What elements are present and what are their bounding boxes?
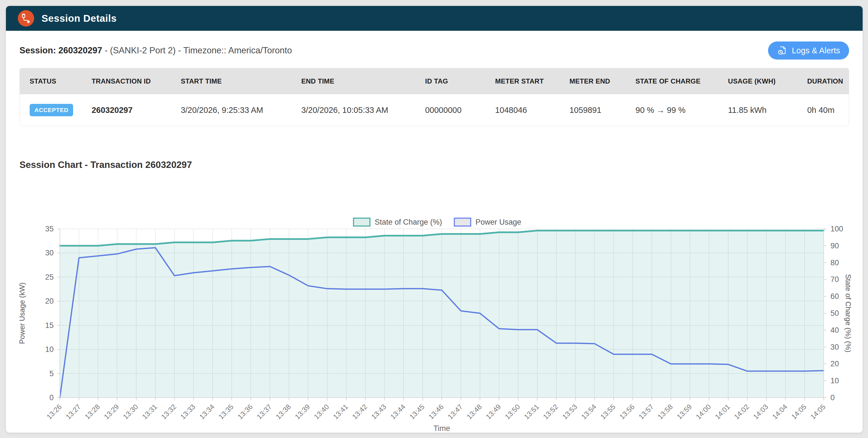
session-id: 260320297 (58, 45, 102, 55)
session-details-card: Session Details Session: 260320297 - (SA… (6, 6, 863, 433)
svg-text:14:00: 14:00 (694, 403, 712, 421)
svg-text:50: 50 (831, 309, 839, 317)
session-summary: Session: 260320297 - (SANKI-2 Port 2) - … (20, 45, 292, 56)
svg-text:13:40: 13:40 (312, 403, 330, 421)
svg-text:13:33: 13:33 (179, 403, 197, 421)
table-cell: 00000000 (419, 94, 489, 126)
svg-text:60: 60 (831, 292, 839, 301)
column-header: METER END (564, 68, 630, 94)
svg-text:13:51: 13:51 (522, 403, 540, 421)
svg-text:30: 30 (831, 343, 839, 351)
svg-text:13:56: 13:56 (618, 403, 636, 421)
svg-text:40: 40 (831, 326, 839, 334)
svg-text:13:53: 13:53 (560, 403, 579, 421)
logs-alerts-label: Logs & Alerts (792, 46, 840, 55)
svg-text:13:29: 13:29 (102, 403, 120, 421)
svg-text:13:38: 13:38 (274, 403, 292, 421)
svg-text:13:54: 13:54 (580, 403, 598, 421)
svg-text:State of Charge (%): State of Charge (%) (375, 218, 442, 226)
svg-text:13:30: 13:30 (121, 403, 140, 421)
svg-text:20: 20 (45, 297, 54, 305)
svg-text:13:41: 13:41 (332, 403, 349, 421)
soc-area (60, 231, 824, 398)
svg-text:14:01: 14:01 (713, 403, 731, 421)
svg-text:10: 10 (45, 345, 54, 353)
logs-alerts-button[interactable]: Logs & Alerts (768, 41, 849, 60)
column-header: STATUS (20, 68, 86, 94)
svg-text:13:44: 13:44 (389, 403, 407, 421)
page-title: Session Details (41, 13, 117, 24)
svg-text:13:49: 13:49 (484, 403, 502, 421)
svg-text:14:03: 14:03 (752, 403, 770, 421)
svg-text:13:36: 13:36 (236, 403, 254, 421)
svg-text:13:39: 13:39 (293, 403, 311, 421)
svg-text:5: 5 (50, 369, 54, 378)
svg-text:0: 0 (50, 394, 54, 402)
svg-text:13:50: 13:50 (503, 403, 521, 421)
svg-text:100: 100 (831, 225, 843, 233)
svg-text:13:47: 13:47 (446, 403, 464, 421)
svg-text:13:35: 13:35 (217, 403, 235, 421)
column-header: END TIME (296, 68, 420, 94)
chart-legend: State of Charge (%)Power Usage (353, 218, 521, 226)
table-header-row: STATUSTRANSACTION IDSTART TIMEEND TIMEID… (20, 68, 849, 94)
svg-text:15: 15 (45, 321, 54, 330)
y-axis-right-title: State of Charge (%) (%) (844, 274, 852, 352)
svg-text:30: 30 (45, 249, 54, 257)
svg-text:14:04: 14:04 (771, 403, 789, 421)
column-header: METER START (489, 68, 564, 94)
charging-cable-icon (21, 13, 31, 23)
svg-text:14:05: 14:05 (790, 403, 808, 421)
session-info-row: Session: 260320297 - (SANKI-2 Port 2) - … (6, 31, 863, 68)
column-header: TRANSACTION ID (86, 68, 175, 94)
table-cell: 260320297 (86, 94, 175, 126)
table-cell: 11.85 kWh (722, 94, 801, 126)
svg-text:0: 0 (831, 394, 835, 402)
status-cell: ACCEPTED (20, 94, 86, 126)
svg-text:70: 70 (831, 275, 839, 283)
x-axis-title: Time (433, 424, 450, 433)
svg-text:80: 80 (831, 259, 839, 267)
column-header: START TIME (175, 68, 296, 94)
session-table: STATUSTRANSACTION IDSTART TIMEEND TIMEID… (20, 68, 849, 126)
session-chart-svg: 05101520253035010203040506070809010013:2… (10, 203, 858, 433)
svg-text:13:55: 13:55 (599, 403, 617, 421)
chart-section-title: Session Chart - Transaction 260320297 (20, 160, 849, 170)
column-header: DURATION (802, 68, 849, 94)
svg-text:13:45: 13:45 (408, 403, 426, 421)
svg-text:20: 20 (831, 360, 839, 368)
session-suffix: - (SANKI-2 Port 2) - Timezone:: America/… (105, 45, 292, 55)
svg-text:14:05: 14:05 (809, 403, 827, 421)
svg-text:13:26: 13:26 (45, 403, 63, 421)
svg-text:13:43: 13:43 (370, 403, 388, 421)
svg-text:13:58: 13:58 (656, 403, 674, 421)
session-label: Session: (20, 45, 56, 55)
svg-text:90: 90 (831, 242, 839, 250)
svg-text:13:32: 13:32 (159, 403, 178, 421)
table-row: ACCEPTED2603202973/20/2026, 9:25:33 AM3/… (20, 94, 849, 126)
svg-text:13:48: 13:48 (465, 403, 483, 421)
svg-text:13:34: 13:34 (198, 403, 216, 421)
table-cell: 3/20/2026, 10:05:33 AM (296, 94, 420, 126)
svg-text:35: 35 (45, 225, 54, 233)
svg-text:13:42: 13:42 (350, 403, 369, 421)
log-file-clock-icon (777, 45, 787, 56)
svg-text:13:31: 13:31 (141, 403, 159, 421)
table-cell: 0h 40m (802, 94, 849, 126)
svg-text:25: 25 (45, 273, 54, 281)
app-logo (18, 10, 34, 27)
table-cell: 3/20/2026, 9:25:33 AM (175, 94, 296, 126)
status-badge: ACCEPTED (30, 104, 73, 116)
svg-text:13:59: 13:59 (675, 403, 693, 421)
column-header: STATE OF CHARGE (630, 68, 722, 94)
column-header: ID TAG (419, 68, 489, 94)
table-cell: 1048046 (489, 94, 564, 126)
svg-text:13:52: 13:52 (541, 403, 560, 421)
column-header: USAGE (KWH) (722, 68, 801, 94)
svg-text:13:27: 13:27 (64, 403, 82, 421)
svg-text:Power Usage: Power Usage (475, 218, 521, 226)
title-bar: Session Details (6, 6, 863, 31)
table-cell: 1059891 (564, 94, 630, 126)
svg-text:14:02: 14:02 (733, 403, 750, 421)
table-cell: 90 % → 99 % (630, 94, 722, 126)
